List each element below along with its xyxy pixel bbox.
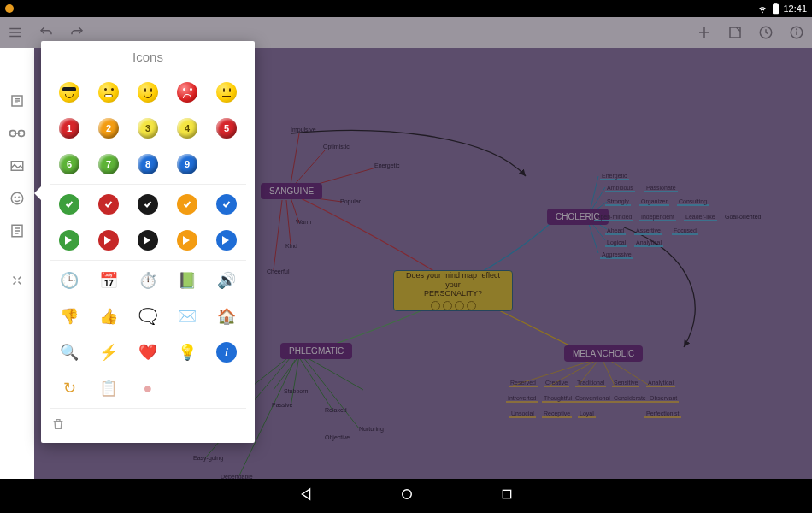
icon-option-number-3[interactable]: 3: [128, 110, 168, 146]
rail-notes-icon[interactable]: [7, 221, 27, 241]
icon-option-check-orange[interactable]: [168, 186, 207, 222]
rail-text-icon[interactable]: [7, 91, 27, 111]
nav-recent-button[interactable]: [500, 487, 514, 504]
status-bar: 12:41: [0, 0, 812, 17]
icon-option-smiley-angry[interactable]: [168, 74, 207, 110]
icon-option-number-1[interactable]: 1: [50, 110, 89, 146]
icon-option-search[interactable]: 🔍: [50, 334, 89, 370]
icons-delete-button[interactable]: [41, 410, 255, 434]
icon-option-smiley-cool[interactable]: [50, 74, 89, 110]
rail-collapse-icon[interactable]: [7, 270, 27, 291]
icon-option-chat[interactable]: 🗨️: [128, 298, 168, 334]
status-time: 12:41: [783, 3, 807, 14]
icon-option-partial[interactable]: ●: [128, 370, 168, 406]
icon-option-flag-red[interactable]: [89, 222, 128, 258]
icon-option-lightning[interactable]: ⚡: [89, 334, 128, 370]
rail-link-icon[interactable]: [7, 123, 27, 144]
svg-point-20: [11, 192, 23, 204]
icon-option-speaker[interactable]: 🔊: [207, 262, 246, 298]
status-dot-icon: [5, 4, 14, 13]
svg-rect-28: [503, 490, 510, 498]
icon-option-clock[interactable]: 🕒: [50, 262, 89, 298]
icon-option-number-9[interactable]: 9: [168, 146, 207, 182]
rail-emoji-icon[interactable]: [7, 188, 27, 209]
nav-back-button[interactable]: [298, 486, 314, 505]
icon-option-flag-orange[interactable]: [168, 222, 207, 258]
icons-popover-title: Icons: [41, 41, 255, 74]
icon-option-flag-green[interactable]: [50, 222, 89, 258]
svg-rect-0: [773, 4, 779, 14]
icon-option-heart[interactable]: ❤️: [128, 334, 168, 370]
icon-option-check-blue[interactable]: [207, 186, 246, 222]
icon-option-check-green[interactable]: [50, 186, 89, 222]
icon-option-flag-black[interactable]: [128, 222, 168, 258]
icon-option-smiley-happy[interactable]: [128, 74, 168, 110]
icon-option-calendar[interactable]: 📅: [89, 262, 128, 298]
left-rail: [0, 48, 34, 479]
icon-option-empty: [207, 146, 246, 182]
svg-point-21: [15, 197, 15, 198]
android-nav-bar: [0, 479, 812, 513]
icon-option-book[interactable]: 📗: [168, 262, 207, 298]
icon-option-smiley-neutral[interactable]: [207, 74, 246, 110]
icon-option-number-2[interactable]: 2: [89, 110, 128, 146]
icon-option-smiley-grin[interactable]: [89, 74, 128, 110]
svg-rect-1: [774, 3, 778, 4]
icon-option-bulb[interactable]: 💡: [168, 334, 207, 370]
icon-option-number-8[interactable]: 8: [128, 146, 168, 182]
icon-option-number-6[interactable]: 6: [50, 146, 89, 182]
rail-image-icon[interactable]: [7, 156, 27, 176]
icon-option-home[interactable]: 🏠: [207, 298, 246, 334]
icon-option-thumbs-up[interactable]: 👍: [89, 298, 128, 334]
icon-option-flag-blue[interactable]: [207, 222, 246, 258]
icon-option-number-4[interactable]: 4: [168, 110, 207, 146]
svg-point-27: [403, 490, 412, 499]
nav-home-button[interactable]: [399, 486, 415, 505]
icon-option-check-red[interactable]: [89, 186, 128, 222]
icons-popover: Icons 1 2 3 4 5 6 7 8 9: [41, 41, 255, 443]
icons-grid: 1 2 3 4 5 6 7 8 9: [41, 74, 255, 182]
icon-option-info[interactable]: i: [207, 334, 246, 370]
icon-option-number-5[interactable]: 5: [207, 110, 246, 146]
wifi-icon: [756, 3, 768, 15]
icon-option-clipboard[interactable]: 📋: [89, 370, 128, 406]
icon-option-refresh[interactable]: ↻: [50, 370, 89, 406]
icon-option-stopwatch[interactable]: ⏱️: [128, 262, 168, 298]
icon-option-mail[interactable]: ✉️: [168, 298, 207, 334]
battery-icon: [772, 3, 780, 15]
svg-point-22: [19, 197, 20, 198]
icon-option-number-7[interactable]: 7: [89, 146, 128, 182]
icon-option-thumbs-down[interactable]: 👎: [50, 298, 89, 334]
icon-option-check-black[interactable]: [128, 186, 168, 222]
